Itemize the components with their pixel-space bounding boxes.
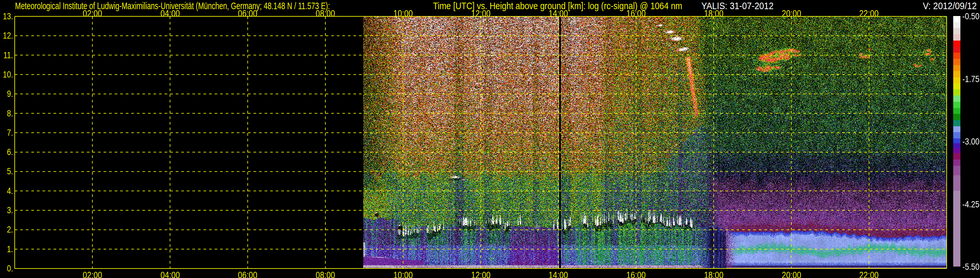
x-tick-label: 08:00 bbox=[315, 8, 335, 19]
x-tick-label: 18:00 bbox=[704, 8, 724, 19]
colorbar-tick-label: -0.50 bbox=[963, 11, 979, 22]
y-tick-label: 11. bbox=[3, 50, 13, 61]
x-tick-label: 10:00 bbox=[393, 270, 413, 278]
colorbar-segment bbox=[953, 16, 960, 22]
colorbar-segment bbox=[953, 148, 960, 153]
colorbar-tick-label: -3.00 bbox=[963, 136, 979, 147]
colorbar-segment bbox=[953, 160, 960, 166]
x-tick-label: 12:00 bbox=[471, 8, 491, 19]
x-tick-label: 16:00 bbox=[626, 270, 646, 278]
colorbar-segment bbox=[953, 28, 960, 34]
x-tick-label: 20:00 bbox=[782, 270, 801, 278]
y-tick-label: 4. bbox=[7, 186, 13, 196]
colorbar-segment bbox=[953, 166, 960, 175]
colorbar-segment bbox=[953, 120, 960, 126]
x-tick-label: 14:00 bbox=[549, 270, 568, 278]
x-tick-label: 14:00 bbox=[549, 8, 568, 19]
colorbar-tick-label: -4.25 bbox=[963, 199, 979, 210]
colorbar-segment bbox=[953, 114, 960, 120]
x-tick-label: 02:00 bbox=[83, 270, 102, 278]
x-tick-label: 22:00 bbox=[859, 270, 879, 278]
y-tick-label: 0. bbox=[7, 263, 13, 274]
axes-grid bbox=[0, 0, 980, 278]
colorbar-segment bbox=[953, 47, 960, 53]
y-tick-label: 12. bbox=[3, 30, 13, 41]
colorbar-segment bbox=[953, 132, 960, 138]
colorbar-segment bbox=[953, 22, 960, 28]
lidar-quicklook-figure: Meteorological Institute of Ludwig-Maxim… bbox=[0, 0, 980, 278]
x-tick-label: 02:00 bbox=[83, 8, 102, 19]
colorbar-segment bbox=[953, 126, 960, 132]
y-tick-label: 2. bbox=[7, 224, 13, 235]
x-tick-label: 16:00 bbox=[626, 8, 646, 19]
y-tick-label: 9. bbox=[7, 89, 13, 99]
x-tick-label: 18:00 bbox=[704, 270, 724, 278]
x-tick-label: 06:00 bbox=[238, 270, 258, 278]
x-tick-label: 06:00 bbox=[238, 8, 258, 19]
colorbar-segment bbox=[953, 40, 960, 47]
colorbar-tick-label: -1.75 bbox=[963, 74, 979, 85]
colorbar-segment bbox=[953, 89, 960, 96]
colorbar-segment bbox=[953, 138, 960, 143]
colorbar-segment bbox=[953, 59, 960, 65]
colorbar bbox=[953, 16, 960, 267]
colorbar-segment bbox=[953, 53, 960, 59]
y-tick-label: 7. bbox=[7, 128, 13, 138]
colorbar-segment bbox=[953, 175, 960, 191]
x-tick-label: 04:00 bbox=[161, 270, 180, 278]
colorbar-tick-label: -5.50 bbox=[963, 262, 979, 272]
colorbar-segment bbox=[953, 191, 960, 267]
colorbar-segment bbox=[953, 34, 960, 40]
y-tick-label: 10. bbox=[3, 69, 13, 80]
colorbar-segment bbox=[953, 108, 960, 114]
x-tick-label: 04:00 bbox=[161, 8, 180, 19]
y-tick-label: 5. bbox=[7, 166, 13, 177]
y-tick-label: 6. bbox=[7, 147, 13, 157]
colorbar-segment bbox=[953, 143, 960, 148]
colorbar-segment bbox=[953, 153, 960, 160]
colorbar-segment bbox=[953, 83, 960, 89]
y-tick-label: 1. bbox=[7, 244, 13, 254]
colorbar-segment bbox=[953, 77, 960, 83]
colorbar-segment bbox=[953, 71, 960, 77]
y-tick-label: 8. bbox=[7, 108, 13, 119]
x-tick-label: 12:00 bbox=[471, 270, 491, 278]
x-tick-label: 20:00 bbox=[782, 8, 801, 19]
colorbar-segment bbox=[953, 96, 960, 102]
x-tick-label: 22:00 bbox=[859, 8, 879, 19]
x-tick-label: 08:00 bbox=[315, 270, 335, 278]
x-tick-label: 10:00 bbox=[393, 8, 413, 19]
y-tick-label: 3. bbox=[7, 205, 13, 216]
colorbar-segment bbox=[953, 102, 960, 108]
colorbar-segment bbox=[953, 65, 960, 71]
y-tick-label: 13. bbox=[3, 11, 13, 22]
